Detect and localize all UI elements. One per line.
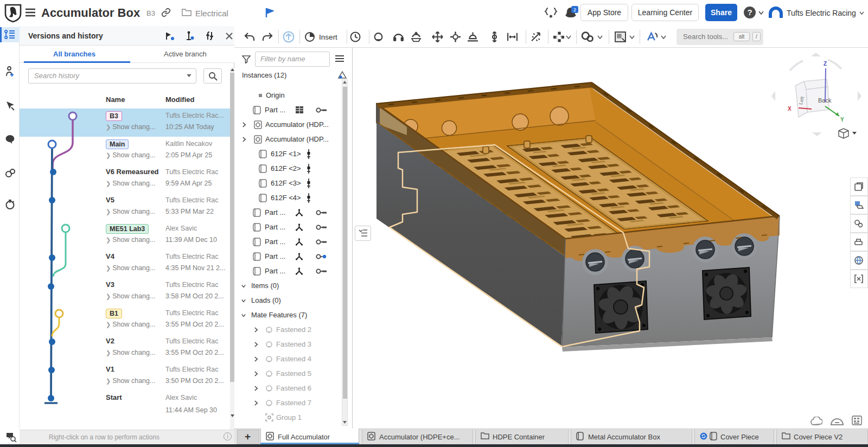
svg-text:Z: Z — [824, 61, 827, 67]
svg-text:X: X — [788, 106, 792, 112]
svg-text:2: 2 — [573, 7, 576, 12]
svg-text:Y: Y — [840, 117, 844, 123]
